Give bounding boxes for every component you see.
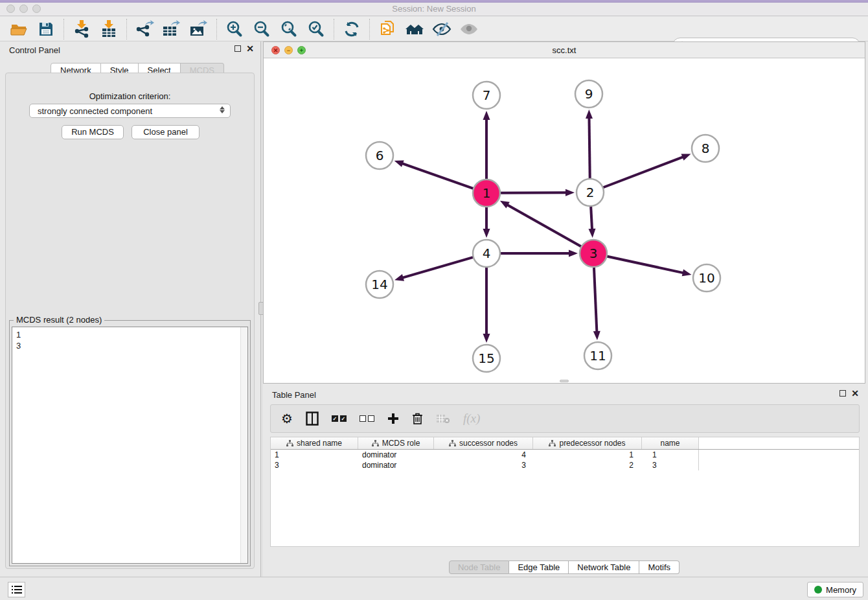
network-graph-svg: 7968124314101511 <box>264 58 865 383</box>
select-chevrons-icon <box>220 106 225 113</box>
column-header-mcds-role[interactable]: MCDS role <box>358 437 434 449</box>
delete-column-icon[interactable] <box>412 412 423 425</box>
graph-edge[interactable] <box>589 117 589 179</box>
add-column-icon[interactable] <box>387 413 399 424</box>
tab-network-table[interactable]: Network Table <box>569 560 639 574</box>
graph-edge[interactable] <box>591 206 592 230</box>
zoom-fit-icon[interactable] <box>278 19 300 40</box>
close-panel-icon[interactable]: ✕ <box>246 45 254 52</box>
function-builder-icon: f(x) <box>463 411 480 426</box>
mcds-panel-body: Optimization criterion: strongly connect… <box>5 73 255 569</box>
show-all-icon[interactable] <box>458 19 480 40</box>
table-row[interactable]: 3 dominator 3 2 3 <box>271 460 859 470</box>
main-toolbar <box>0 17 868 41</box>
network-canvas[interactable]: 7968124314101511 <box>264 58 865 383</box>
mcds-result-group-title: MCDS result (2 nodes) <box>14 315 104 325</box>
export-image-icon[interactable] <box>188 19 210 40</box>
toggle-panel-layout-icon[interactable] <box>306 411 319 426</box>
tab-edge-table[interactable]: Edge Table <box>509 560 569 574</box>
graph-edge[interactable] <box>594 267 597 332</box>
column-header-predecessor-nodes[interactable]: predecessor nodes <box>533 437 642 449</box>
float-table-panel-icon[interactable] <box>839 390 846 397</box>
export-table-icon[interactable] <box>161 19 183 40</box>
zoom-out-icon[interactable] <box>251 19 273 40</box>
cell-successor-nodes[interactable]: 4 <box>434 450 533 460</box>
graph-edge-arrowhead <box>682 270 692 277</box>
close-panel-button[interactable]: Close panel <box>131 125 200 139</box>
column-type-icon <box>449 440 456 447</box>
zoom-in-icon[interactable] <box>223 19 246 40</box>
memory-label: Memory <box>826 585 856 595</box>
mcds-result-group: MCDS result (2 nodes) 1 3 <box>9 320 251 566</box>
cell-successor-nodes[interactable]: 3 <box>434 460 533 470</box>
node-table: shared name MCDS role successor nodes pr… <box>270 437 860 547</box>
optimization-criterion-value: strongly connected component <box>38 106 152 116</box>
graph-edge-arrowhead <box>565 189 575 196</box>
cell-name[interactable]: 3 <box>642 460 699 470</box>
graph-edge-arrowhead <box>586 110 593 119</box>
optimization-criterion-label: Optimization criterion: <box>6 91 254 101</box>
column-header-successor-nodes[interactable]: successor nodes <box>434 437 533 449</box>
network-view-window: ✕ − + scc.txt 7968124314101511 <box>263 41 865 384</box>
cell-shared-name[interactable]: 3 <box>271 460 358 470</box>
application-window: Session: New Session <box>0 0 868 600</box>
mcds-result-text[interactable]: 1 3 <box>12 327 248 564</box>
graph-edge[interactable] <box>500 192 567 193</box>
toolbar-separator <box>126 19 127 40</box>
import-network-icon[interactable] <box>71 19 93 40</box>
cell-predecessor-nodes[interactable]: 2 <box>533 460 642 470</box>
hide-selected-icon[interactable] <box>431 19 453 40</box>
cell-mcds-role[interactable]: dominator <box>358 450 434 460</box>
open-session-icon[interactable] <box>8 19 30 40</box>
graph-edge-arrowhead <box>681 154 691 160</box>
cell-predecessor-nodes[interactable]: 1 <box>533 450 642 460</box>
graph-edge[interactable] <box>402 257 474 278</box>
tab-motifs[interactable]: Motifs <box>639 560 680 574</box>
toolbar-separator <box>216 19 217 40</box>
table-header-row: shared name MCDS role successor nodes pr… <box>271 437 859 450</box>
memory-button[interactable]: Memory <box>807 582 863 597</box>
graph-edge[interactable] <box>402 163 474 189</box>
column-type-icon <box>549 440 556 447</box>
result-scrollbar[interactable] <box>240 327 247 563</box>
graph-edge[interactable] <box>603 157 684 188</box>
graph-node-label: 14 <box>371 277 387 292</box>
graph-edge[interactable] <box>607 256 684 273</box>
cell-shared-name[interactable]: 1 <box>271 450 358 460</box>
cell-name[interactable]: 1 <box>642 450 699 460</box>
select-all-icon[interactable]: ✓✓ <box>332 415 347 422</box>
zoom-selected-icon[interactable] <box>305 19 327 40</box>
task-history-button[interactable] <box>8 582 25 597</box>
graph-edge-arrowhead <box>569 250 578 257</box>
first-neighbors-icon[interactable] <box>404 19 426 40</box>
toolbar-separator <box>334 19 334 40</box>
graph-edge-arrowhead <box>593 331 600 340</box>
table-row[interactable]: 1 dominator 4 1 1 <box>271 450 859 460</box>
float-panel-icon[interactable] <box>234 45 241 52</box>
list-icon <box>12 585 22 594</box>
run-mcds-button[interactable]: Run MCDS <box>62 125 124 139</box>
optimization-criterion-select[interactable]: strongly connected component <box>29 104 231 118</box>
graph-edge[interactable] <box>507 205 581 247</box>
network-resize-handle[interactable] <box>560 380 569 382</box>
column-header-shared-name[interactable]: shared name <box>271 437 358 449</box>
apply-layout-icon[interactable] <box>341 19 363 40</box>
table-settings-icon[interactable]: ⚙ <box>281 411 293 426</box>
column-type-icon <box>372 440 379 447</box>
new-network-from-selection-icon[interactable] <box>376 19 398 40</box>
cell-mcds-role[interactable]: dominator <box>358 460 434 470</box>
graph-node-label: 4 <box>483 246 491 261</box>
save-session-icon[interactable] <box>35 19 57 40</box>
graph-node-label: 1 <box>483 185 491 201</box>
column-header-name[interactable]: name <box>642 437 699 449</box>
graph-edge-arrowhead <box>483 229 490 238</box>
memory-status-icon <box>814 586 822 594</box>
graph-edge-arrowhead <box>394 160 404 167</box>
graph-edge-arrowhead <box>500 201 510 209</box>
deselect-all-icon[interactable] <box>360 415 374 422</box>
close-table-panel-icon[interactable]: ✕ <box>851 389 859 397</box>
status-bar: Memory <box>0 577 868 600</box>
import-table-icon[interactable] <box>98 19 120 40</box>
tab-node-table[interactable]: Node Table <box>449 560 510 574</box>
export-network-icon[interactable] <box>133 19 155 40</box>
